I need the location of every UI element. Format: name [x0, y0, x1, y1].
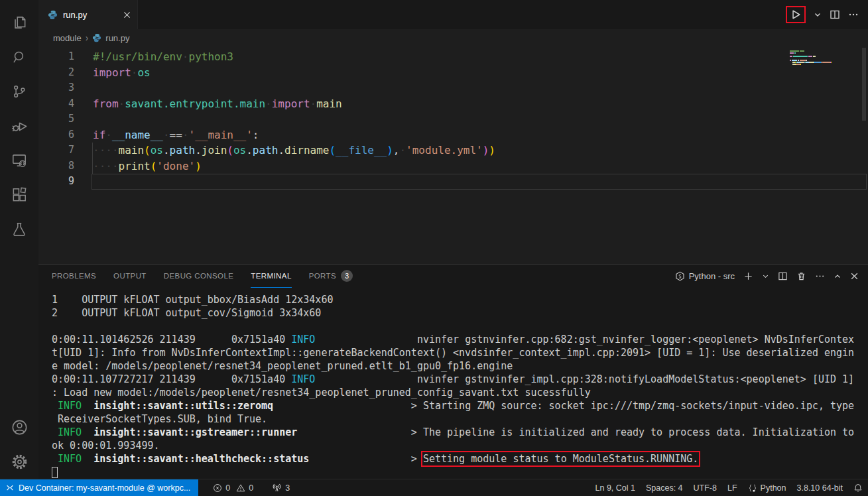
line-number: 9: [38, 174, 74, 190]
status-bar: Dev Container: my-savant-module @ workpc…: [0, 479, 868, 496]
ports-count: 3: [285, 483, 290, 493]
terminal-line: 2 OUTPUT kFLOAT output_cov/Sigmoid 3x34x…: [52, 306, 868, 320]
terminal-line: INFO insight::savant::healthcheck::statu…: [52, 452, 868, 465]
run-and-debug-icon[interactable]: [3, 109, 35, 143]
forwarded-ports-indicator[interactable]: 3: [267, 479, 295, 496]
activity-bar: [0, 0, 38, 479]
close-panel-button[interactable]: [850, 272, 859, 280]
accounts-icon[interactable]: [3, 410, 35, 444]
split-editor-icon: [830, 9, 840, 20]
search-icon[interactable]: [3, 40, 35, 74]
split-terminal-button[interactable]: [778, 271, 788, 281]
line-number: 4: [38, 96, 74, 112]
code-line[interactable]: 7····main(os.path.join(os.path.dirname(_…: [38, 143, 868, 158]
problems-indicator[interactable]: 0 0: [208, 479, 259, 496]
line-number: 6: [38, 127, 74, 143]
error-count: 0: [225, 483, 230, 493]
terminal-line: INFO insight::savant::utils::zeromq > St…: [52, 399, 868, 412]
ellipsis-icon: [815, 271, 825, 281]
line-number: 5: [38, 111, 74, 127]
radio-tower-icon: [272, 483, 282, 493]
chevron-down-icon: [762, 273, 769, 280]
breadcrumb-file[interactable]: run.py: [105, 33, 129, 43]
settings-gear-icon[interactable]: [3, 444, 35, 479]
code-line[interactable]: 2import·os: [38, 65, 868, 81]
minimap[interactable]: [790, 50, 837, 67]
tab-bar: run.py: [38, 0, 868, 29]
terminal-line: 0:00:11.101462526 211439 0x7151a40 INFO …: [52, 333, 868, 346]
remote-indicator[interactable]: Dev Container: my-savant-module @ workpc…: [0, 479, 198, 496]
kill-terminal-button[interactable]: [796, 271, 806, 281]
run-dropdown-button[interactable]: [814, 11, 822, 19]
line-number: 1: [38, 49, 74, 65]
remote-explorer-icon[interactable]: [3, 143, 35, 178]
terminal-output[interactable]: 1 OUTPUT kFLOAT output_bbox/BiasAdd 12x3…: [38, 288, 868, 479]
terminal-profile-selector[interactable]: Python - src: [675, 271, 735, 281]
code-editor[interactable]: 1#!/usr/bin/env·python32import·os34from·…: [38, 46, 868, 264]
code-line[interactable]: 4from·savant.entrypoint.main·import·main: [38, 96, 868, 112]
bell-icon: [853, 483, 863, 493]
tab-title: run.py: [63, 10, 87, 20]
terminal-dropdown-button[interactable]: [762, 273, 769, 280]
panel-header: PROBLEMS OUTPUT DEBUG CONSOLE TERMINAL P…: [38, 265, 868, 288]
vscode-window: run.py: [0, 0, 868, 496]
indentation-setting[interactable]: Spaces: 4: [641, 479, 688, 496]
error-icon: [213, 483, 222, 493]
tab-terminal[interactable]: TERMINAL: [251, 265, 291, 288]
braces-icon: [748, 483, 757, 493]
minimap-slider[interactable]: [862, 48, 866, 121]
explorer-icon[interactable]: [3, 5, 35, 40]
maximize-panel-button[interactable]: [834, 273, 841, 280]
bottom-panel: PROBLEMS OUTPUT DEBUG CONSOLE TERMINAL P…: [38, 264, 868, 479]
chevron-down-icon: [814, 11, 822, 19]
terminal-profile-icon: [675, 271, 685, 281]
source-control-icon[interactable]: [3, 74, 35, 109]
python-interpreter[interactable]: 3.8.10 64-bit: [792, 479, 849, 496]
editor-actions: [786, 0, 868, 29]
tab-debug-console[interactable]: DEBUG CONSOLE: [164, 265, 234, 288]
terminal-line: [52, 320, 868, 333]
code-line[interactable]: 8····print('done'): [38, 158, 868, 174]
trash-icon: [796, 271, 806, 281]
new-terminal-button[interactable]: [743, 271, 753, 281]
code-lines: 1#!/usr/bin/env·python32import·os34from·…: [38, 49, 868, 190]
tab-ports[interactable]: PORTS 3: [309, 265, 353, 288]
terminal-line: [52, 465, 868, 479]
more-actions-button[interactable]: [848, 9, 859, 20]
terminal-line: : Load new model:/models/peoplenet/resne…: [52, 386, 868, 399]
extensions-icon[interactable]: [3, 178, 35, 212]
ports-badge: 3: [341, 270, 353, 282]
line-number: 2: [38, 65, 74, 81]
terminal-profile-label: Python - src: [689, 271, 735, 281]
tab-output[interactable]: OUTPUT: [113, 265, 147, 288]
cursor-position[interactable]: Ln 9, Col 1: [590, 479, 641, 496]
tab-problems[interactable]: PROBLEMS: [52, 265, 96, 288]
annotation-run-button-highlight: [786, 6, 806, 23]
code-line[interactable]: 9: [38, 174, 868, 190]
run-python-file-button[interactable]: [790, 9, 802, 21]
code-line[interactable]: 3: [38, 80, 868, 96]
python-file-icon: [48, 10, 58, 20]
panel-more-actions-button[interactable]: [815, 271, 825, 281]
code-line[interactable]: 1#!/usr/bin/env·python3: [38, 49, 868, 65]
testing-icon[interactable]: [3, 212, 35, 247]
python-file-icon: [92, 33, 101, 42]
breadcrumb-chevron-icon: ›: [86, 32, 89, 43]
terminal-line: 0:00:11.107727217 211439 0x7151a40 INFO …: [52, 373, 868, 386]
eol-setting[interactable]: LF: [722, 479, 743, 496]
remote-label: Dev Container: my-savant-module @ workpc…: [19, 483, 190, 493]
notifications-bell[interactable]: [848, 479, 868, 496]
code-line[interactable]: 6if·__name__·==·'__main__':: [38, 127, 868, 143]
language-mode[interactable]: Python: [743, 479, 792, 496]
encoding-setting[interactable]: UTF-8: [688, 479, 722, 496]
warning-icon: [236, 483, 245, 493]
breadcrumb-folder[interactable]: module: [53, 33, 82, 43]
terminal-line: ok 0:00:01.993499.: [52, 439, 868, 452]
annotation-status-highlight: Setting module status to ModuleStatus.RU…: [423, 453, 698, 465]
code-line[interactable]: 5: [38, 111, 868, 127]
tab-run-py[interactable]: run.py: [38, 0, 138, 29]
tab-close-icon[interactable]: [123, 11, 131, 19]
line-number: 7: [38, 143, 74, 158]
split-editor-button[interactable]: [830, 9, 840, 20]
remote-icon: [5, 483, 15, 493]
